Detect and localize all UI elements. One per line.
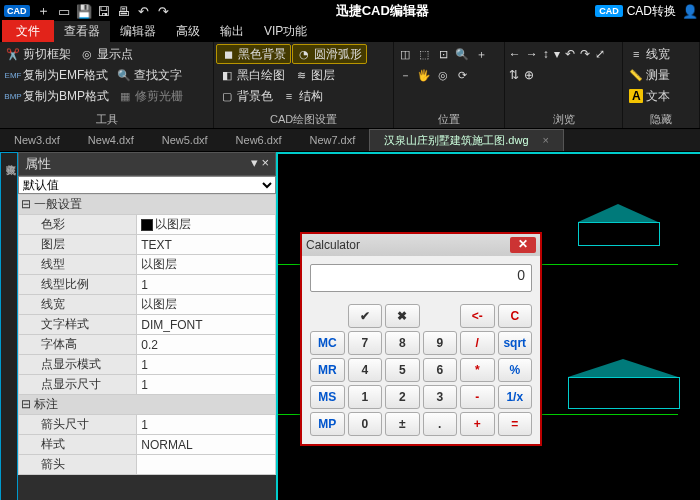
default-select[interactable]: 默认值 (18, 176, 276, 194)
linewidth-button[interactable]: ≡线宽 (625, 44, 674, 64)
calc-key-9[interactable]: 9 (423, 331, 458, 355)
calc-key-*[interactable]: * (460, 358, 495, 382)
pos-button-5[interactable]: ＋ (472, 44, 490, 64)
menu-file[interactable]: 文件 (2, 20, 54, 42)
browse-up[interactable]: ↕ (541, 44, 551, 64)
browse-a4[interactable]: ⇅ (507, 65, 521, 85)
browse-a1[interactable]: ↶ (563, 44, 577, 64)
pos-button-9[interactable]: ⟳ (453, 65, 471, 85)
calc-key-±[interactable]: ± (385, 412, 420, 436)
doctab[interactable]: New3.dxf (0, 131, 74, 149)
calc-key-MR[interactable]: MR (310, 358, 345, 382)
calc-key-✔[interactable]: ✔ (348, 304, 383, 328)
menu-output[interactable]: 输出 (210, 21, 254, 42)
app-logo[interactable]: CAD (4, 5, 30, 17)
pos-button-1[interactable]: ◫ (396, 44, 414, 64)
smooth-arc-button[interactable]: ◔圆滑弧形 (292, 44, 367, 64)
cat-general[interactable]: ⊟ 一般设置 (19, 195, 276, 215)
save-icon[interactable]: 💾 (74, 2, 94, 20)
calc-key-4[interactable]: 4 (348, 358, 383, 382)
menu-advanced[interactable]: 高级 (166, 21, 210, 42)
calc-key-7[interactable]: 7 (348, 331, 383, 355)
table-row: 线型以图层 (19, 255, 276, 275)
layer-button[interactable]: ≋图层 (290, 65, 339, 85)
cad-convert-button[interactable]: CAD CAD转换 (591, 3, 680, 20)
bgcolor-button[interactable]: ▢背景色 (216, 86, 277, 106)
browse-a2[interactable]: ↷ (578, 44, 592, 64)
calculator-titlebar[interactable]: Calculator ✕ (302, 234, 540, 256)
user-icon[interactable]: 👤 (680, 2, 700, 20)
plus-icon[interactable]: ＋ (34, 2, 54, 20)
browse-right[interactable]: → (524, 44, 540, 64)
group-cad-label: CAD绘图设置 (214, 112, 393, 128)
copy-bmp-button[interactable]: BMP复制为BMP格式 (2, 86, 113, 106)
show-point-button[interactable]: ◎显示点 (76, 44, 137, 64)
cad-convert-label: CAD转换 (627, 3, 676, 20)
copy-emf-button[interactable]: EMF复制为EMF格式 (2, 65, 112, 85)
doctab[interactable]: New7.dxf (295, 131, 369, 149)
palette-icon: ▢ (220, 89, 234, 103)
menu-viewer[interactable]: 查看器 (54, 21, 110, 42)
close-tab-icon[interactable]: × (543, 134, 549, 146)
calc-key--[interactable]: - (460, 385, 495, 409)
calc-key-2[interactable]: 2 (385, 385, 420, 409)
undo-icon[interactable]: ↶ (134, 2, 154, 20)
redo-icon[interactable]: ↷ (154, 2, 174, 20)
find-text-button[interactable]: 🔍查找文字 (113, 65, 186, 85)
print-icon[interactable]: 🖶 (114, 2, 134, 20)
measure-button[interactable]: 📏测量 (625, 65, 674, 85)
calc-key-/[interactable]: / (460, 331, 495, 355)
open-icon[interactable]: ▭ (54, 2, 74, 20)
pos-button-4[interactable]: 🔍 (453, 44, 471, 64)
browse-more[interactable]: ▾ (552, 44, 562, 64)
calc-key-1[interactable]: 1 (348, 385, 383, 409)
calc-key-<-[interactable]: <- (460, 304, 495, 328)
cat-annot[interactable]: ⊟ 标注 (19, 395, 276, 415)
browse-a5[interactable]: ⊕ (522, 65, 536, 85)
calc-key-.[interactable]: . (423, 412, 458, 436)
black-bg-button[interactable]: ◼黑色背景 (216, 44, 291, 64)
doctab-active[interactable]: 汉泉山庄别墅建筑施工图.dwg× (369, 129, 564, 151)
ruler-icon: 📏 (629, 68, 643, 82)
calc-key-MP[interactable]: MP (310, 412, 345, 436)
trim-raster-button[interactable]: ▦修剪光栅 (114, 86, 187, 106)
pos-button-8[interactable]: ◎ (434, 65, 452, 85)
calc-key-6[interactable]: 6 (423, 358, 458, 382)
calc-key-+[interactable]: + (460, 412, 495, 436)
pos-button-6[interactable]: － (396, 65, 414, 85)
pos-button-3[interactable]: ⊡ (434, 44, 452, 64)
pos-button-7[interactable]: 🖐 (415, 65, 433, 85)
properties-pin-icon[interactable]: ▾ × (251, 155, 269, 173)
doctab[interactable]: New4.dxf (74, 131, 148, 149)
browse-left[interactable]: ← (507, 44, 523, 64)
calc-key-8[interactable]: 8 (385, 331, 420, 355)
browse-a3[interactable]: ⤢ (593, 44, 607, 64)
calc-key-3[interactable]: 3 (423, 385, 458, 409)
calculator-close-icon[interactable]: ✕ (510, 237, 536, 253)
doctab[interactable]: New6.dxf (222, 131, 296, 149)
pos-button-2[interactable]: ⬚ (415, 44, 433, 64)
menu-editor[interactable]: 编辑器 (110, 21, 166, 42)
calc-key-5[interactable]: 5 (385, 358, 420, 382)
menu-vip[interactable]: VIP功能 (254, 21, 317, 42)
line-icon: ≡ (629, 47, 643, 61)
calculator-window[interactable]: Calculator ✕ 0 ✔✖<-CMC789/sqrtMR456*%MS1… (300, 232, 542, 446)
calc-key-C[interactable]: C (498, 304, 533, 328)
calc-key-MS[interactable]: MS (310, 385, 345, 409)
calc-key-1/x[interactable]: 1/x (498, 385, 533, 409)
doctab[interactable]: New5.dxf (148, 131, 222, 149)
text-button[interactable]: A文本 (625, 86, 674, 106)
clip-frame-button[interactable]: ✂️剪切框架 (2, 44, 75, 64)
calc-key-sqrt[interactable]: sqrt (498, 331, 533, 355)
bw-draw-button[interactable]: ◧黑白绘图 (216, 65, 289, 85)
table-row: 箭头尺寸1 (19, 415, 276, 435)
favorites-sidebar[interactable]: 收藏夹 (0, 152, 18, 500)
calc-key-=[interactable]: = (498, 412, 533, 436)
calc-key-✖[interactable]: ✖ (385, 304, 420, 328)
calc-key-0[interactable]: 0 (348, 412, 383, 436)
saveall-icon[interactable]: 🖫 (94, 2, 114, 20)
calc-key-MC[interactable]: MC (310, 331, 345, 355)
calc-key-%[interactable]: % (498, 358, 533, 382)
arc-icon: ◔ (297, 47, 311, 61)
structure-button[interactable]: ≡结构 (278, 86, 327, 106)
